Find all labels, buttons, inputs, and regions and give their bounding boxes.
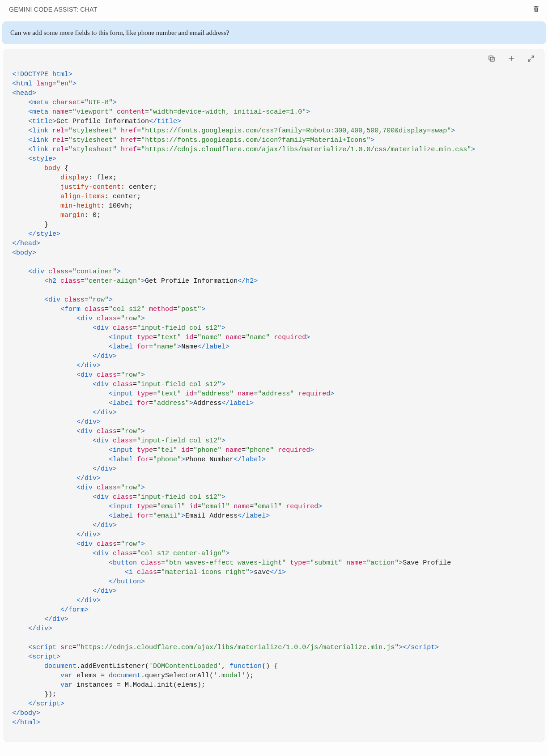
- code-line: <div class="col s12 center-align">: [12, 549, 536, 558]
- code-line: min-height: 100vh;: [12, 201, 536, 211]
- code-line: align-items: center;: [12, 192, 536, 201]
- code-line: </div>: [12, 521, 536, 530]
- code-line: <div class="row">: [12, 314, 536, 323]
- code-line: </div>: [12, 408, 536, 417]
- code-line: <label for="phone">Phone Number</label>: [12, 455, 536, 464]
- code-line: <h2 class="center-align">Get Profile Inf…: [12, 276, 536, 286]
- code-line: [12, 258, 536, 267]
- code-line: <title>Get Profile Information</title>: [12, 117, 536, 126]
- code-line: <link rel="stylesheet" href="https://fon…: [12, 136, 536, 145]
- panel-header: GEMINI CODE ASSIST: CHAT: [0, 0, 548, 19]
- code-line: var instances = M.Modal.init(elems);: [12, 680, 536, 690]
- code-line: <label for="name">Name</label>: [12, 342, 536, 352]
- code-line: var elems = document.querySelectorAll('.…: [12, 671, 536, 680]
- code-line: <body>: [12, 248, 536, 258]
- code-line: </html>: [12, 718, 536, 727]
- code-line: display: flex;: [12, 173, 536, 183]
- code-line: <div class="input-field col s12">: [12, 436, 536, 446]
- code-line: <div class="input-field col s12">: [12, 493, 536, 502]
- code-line: </script>: [12, 699, 536, 709]
- svg-rect-0: [490, 57, 494, 61]
- code-line: <link rel="stylesheet" href="https://fon…: [12, 126, 536, 136]
- code-line: <label for="address">Address</label>: [12, 399, 536, 408]
- code-line: <label for="email">Email Address</label>: [12, 511, 536, 521]
- code-line: <form class="col s12" method="post">: [12, 305, 536, 314]
- code-line: </div>: [12, 596, 536, 605]
- code-line: <meta name="viewport" content="width=dev…: [12, 107, 536, 117]
- insert-button[interactable]: [506, 54, 517, 65]
- code-line: <div class="row">: [12, 539, 536, 549]
- svg-rect-1: [489, 56, 493, 60]
- expand-button[interactable]: [525, 54, 537, 65]
- code-line: <div class="row">: [12, 370, 536, 380]
- user-message-bubble: Can we add some more fields to this form…: [2, 21, 546, 44]
- code-line: margin: 0;: [12, 211, 536, 220]
- code-line: document.addEventListener('DOMContentLoa…: [12, 662, 536, 671]
- code-line: <input type="text" id="name" name="name"…: [12, 333, 536, 342]
- code-line: </div>: [12, 417, 536, 427]
- code-line: <div class="input-field col s12">: [12, 323, 536, 333]
- code-line: </head>: [12, 239, 536, 248]
- code-line: <i class="material-icons right">save</i>: [12, 568, 536, 577]
- copy-icon: [488, 55, 496, 64]
- code-response-card: <!DOCTYPE html><html lang="en"><head> <m…: [4, 49, 544, 742]
- code-line: <div class="row">: [12, 427, 536, 436]
- code-line: <link rel="stylesheet" href="https://cdn…: [12, 145, 536, 154]
- code-line: <div class="row">: [12, 295, 536, 305]
- code-line: </div>: [12, 474, 536, 483]
- code-line: </div>: [12, 615, 536, 624]
- copy-button[interactable]: [486, 54, 497, 65]
- svg-line-4: [531, 56, 534, 58]
- code-line: <button class="btn waves-effect waves-li…: [12, 558, 536, 568]
- code-line: <div class="container">: [12, 267, 536, 276]
- code-line: }: [12, 220, 536, 229]
- code-block[interactable]: <!DOCTYPE html><html lang="en"><head> <m…: [4, 65, 544, 742]
- code-line: </button>: [12, 577, 536, 586]
- code-line: <html lang="en">: [12, 79, 536, 89]
- code-line: </form>: [12, 605, 536, 615]
- plus-icon: [507, 55, 515, 64]
- code-line: <div class="input-field col s12">: [12, 380, 536, 389]
- code-line: </div>: [12, 361, 536, 370]
- code-line: <input type="text" id="address" name="ad…: [12, 389, 536, 399]
- code-line: </div>: [12, 586, 536, 596]
- code-line: <style>: [12, 154, 536, 164]
- expand-icon: [527, 55, 535, 64]
- user-message-text: Can we add some more fields to this form…: [10, 29, 229, 36]
- code-line: <meta charset="UTF-8">: [12, 98, 536, 107]
- code-line: <input type="email" id="email" name="ema…: [12, 502, 536, 511]
- delete-button[interactable]: [531, 4, 541, 14]
- code-line: <script src="https://cdnjs.cloudflare.co…: [12, 643, 536, 652]
- trash-icon: [532, 5, 540, 14]
- code-line: });: [12, 690, 536, 699]
- code-line: </style>: [12, 229, 536, 239]
- code-line: </div>: [12, 624, 536, 633]
- code-line: <script>: [12, 652, 536, 662]
- code-line: body {: [12, 164, 536, 173]
- code-line: justify-content: center;: [12, 183, 536, 192]
- code-line: <input type="tel" id="phone" name="phone…: [12, 446, 536, 455]
- code-line: </div>: [12, 530, 536, 539]
- code-line: [12, 633, 536, 643]
- panel-title: GEMINI CODE ASSIST: CHAT: [9, 6, 98, 13]
- code-line: </div>: [12, 464, 536, 474]
- code-line: <div class="row">: [12, 483, 536, 493]
- code-line: [12, 286, 536, 295]
- code-line: <head>: [12, 89, 536, 98]
- svg-line-5: [528, 59, 531, 61]
- code-toolbar: [4, 49, 544, 65]
- code-line: </div>: [12, 352, 536, 361]
- code-line: <!DOCTYPE html>: [12, 70, 536, 79]
- code-line: </body>: [12, 709, 536, 718]
